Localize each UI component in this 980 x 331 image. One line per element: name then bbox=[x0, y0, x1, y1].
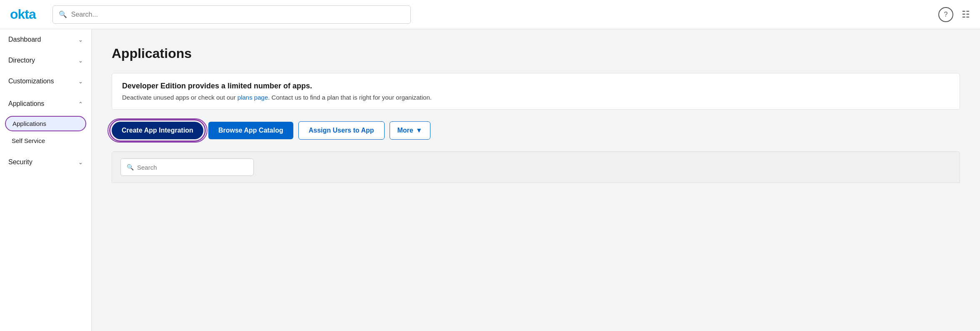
alert-text-after: . Contact us to find a plan that is righ… bbox=[268, 94, 432, 101]
sidebar-item-applications[interactable]: Applications ⌃ bbox=[0, 93, 91, 114]
main-content: Applications Developer Edition provides … bbox=[92, 29, 980, 331]
sidebar-label-customizations: Customizations bbox=[8, 78, 54, 85]
browse-app-catalog-button[interactable]: Browse App Catalog bbox=[208, 122, 293, 139]
sidebar-subitem-applications[interactable]: Applications bbox=[5, 116, 86, 131]
header-actions: ? ☷ bbox=[938, 7, 970, 22]
search-icon: 🔍 bbox=[59, 10, 67, 18]
more-button[interactable]: More ▼ bbox=[390, 121, 430, 140]
more-label: More bbox=[398, 127, 413, 134]
apps-search-section: 🔍 bbox=[112, 151, 960, 183]
chevron-down-icon: ⌄ bbox=[78, 159, 83, 166]
sidebar-label-directory: Directory bbox=[8, 57, 35, 64]
assign-users-button[interactable]: Assign Users to App bbox=[298, 121, 385, 140]
sidebar-subitem-self-service[interactable]: Self Service bbox=[0, 133, 91, 148]
search-icon: 🔍 bbox=[127, 164, 134, 171]
sidebar-item-directory[interactable]: Directory ⌄ bbox=[0, 50, 91, 71]
sidebar-item-dashboard[interactable]: Dashboard ⌄ bbox=[0, 29, 91, 50]
alert-banner: Developer Edition provides a limited num… bbox=[112, 73, 960, 110]
help-button[interactable]: ? bbox=[938, 7, 953, 22]
apps-search-input[interactable] bbox=[137, 164, 248, 171]
grid-menu-button[interactable]: ☷ bbox=[962, 9, 970, 20]
global-search-bar[interactable]: 🔍 bbox=[52, 5, 411, 24]
chevron-down-icon: ⌄ bbox=[78, 78, 83, 85]
sidebar-subitem-label-applications: Applications bbox=[12, 120, 46, 127]
chevron-down-icon: ⌄ bbox=[78, 58, 83, 64]
header: okta 🔍 ? ☷ bbox=[0, 0, 980, 29]
chevron-down-icon: ▼ bbox=[416, 127, 422, 134]
page-title: Applications bbox=[112, 46, 960, 61]
sidebar-label-applications: Applications bbox=[8, 100, 44, 108]
main-layout: Dashboard ⌄ Directory ⌄ Customizations ⌄… bbox=[0, 29, 980, 331]
alert-title: Developer Edition provides a limited num… bbox=[122, 82, 950, 90]
sidebar-item-security[interactable]: Security ⌄ bbox=[0, 152, 91, 173]
sidebar: Dashboard ⌄ Directory ⌄ Customizations ⌄… bbox=[0, 29, 92, 331]
chevron-up-icon: ⌃ bbox=[78, 101, 83, 107]
sidebar-label-security: Security bbox=[8, 158, 32, 166]
alert-text: Deactivate unused apps or check out our … bbox=[122, 94, 950, 101]
plans-page-link[interactable]: plans page bbox=[238, 94, 268, 101]
sidebar-item-customizations[interactable]: Customizations ⌄ bbox=[0, 71, 91, 92]
apps-search-bar[interactable]: 🔍 bbox=[120, 158, 254, 176]
action-buttons: Create App Integration Browse App Catalo… bbox=[112, 121, 960, 140]
alert-text-before: Deactivate unused apps or check out our bbox=[122, 94, 238, 101]
sidebar-subitem-label-self-service: Self Service bbox=[12, 137, 45, 144]
okta-logo: okta bbox=[10, 7, 36, 22]
grid-icon: ☷ bbox=[962, 9, 970, 20]
help-icon: ? bbox=[944, 11, 948, 18]
sidebar-label-dashboard: Dashboard bbox=[8, 36, 41, 43]
chevron-down-icon: ⌄ bbox=[78, 37, 83, 43]
create-app-integration-button[interactable]: Create App Integration bbox=[112, 122, 203, 139]
global-search-input[interactable] bbox=[71, 11, 405, 18]
create-button-wrapper: Create App Integration bbox=[112, 122, 203, 139]
